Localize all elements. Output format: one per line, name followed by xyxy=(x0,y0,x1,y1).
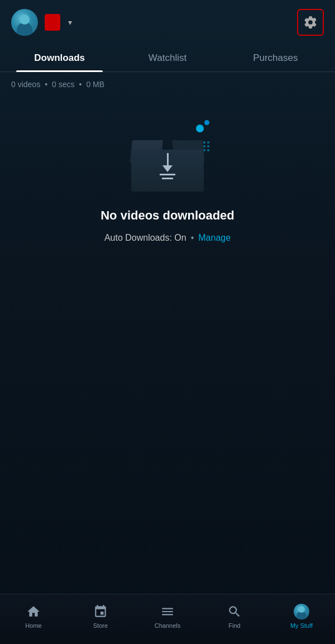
auto-downloads-row: Auto Downloads: On • Manage xyxy=(104,233,231,243)
home-icon xyxy=(26,604,41,619)
inbox-box xyxy=(131,130,204,192)
nav-item-mystuff[interactable]: My Stuff xyxy=(268,604,335,629)
channels-icon xyxy=(160,604,175,619)
tab-downloads[interactable]: Downloads xyxy=(6,45,113,71)
nav-label-find: Find xyxy=(228,622,240,629)
empty-title: No videos downloaded xyxy=(100,208,234,223)
stats-bar: 0 videos • 0 secs • 0 MB xyxy=(0,72,335,97)
size-count: 0 MB xyxy=(86,80,104,89)
nav-label-mystuff: My Stuff xyxy=(290,622,313,629)
username-box xyxy=(45,14,60,31)
auto-downloads-label: Auto Downloads: On xyxy=(104,233,186,243)
settings-button[interactable] xyxy=(297,9,324,36)
nav-label-store: Store xyxy=(93,622,108,629)
dot-separator-2: • xyxy=(79,80,82,89)
nav-item-channels[interactable]: Channels xyxy=(134,604,201,629)
video-count: 0 videos xyxy=(11,80,40,89)
header-left: ▾ xyxy=(11,9,72,36)
header: ▾ xyxy=(0,0,335,45)
nav-avatar xyxy=(294,604,309,619)
nav-item-find[interactable]: Find xyxy=(201,604,268,629)
mystuff-icon xyxy=(294,604,309,619)
bottom-nav: Home Store Channels Find xyxy=(0,594,335,644)
search-icon xyxy=(227,604,242,619)
nav-label-channels: Channels xyxy=(155,622,180,629)
avatar[interactable] xyxy=(11,9,38,36)
chevron-down-icon[interactable]: ▾ xyxy=(68,18,72,27)
nav-label-home: Home xyxy=(25,622,41,629)
download-arrow-icon xyxy=(160,153,175,179)
bullet-separator: • xyxy=(191,233,194,243)
sparkle-circle-small xyxy=(204,120,209,125)
nav-item-home[interactable]: Home xyxy=(0,604,67,629)
duration-count: 0 secs xyxy=(52,80,74,89)
store-icon xyxy=(93,604,108,619)
tab-watchlist[interactable]: Watchlist xyxy=(113,45,221,71)
tab-purchases[interactable]: Purchases xyxy=(222,45,329,71)
avatar-figure xyxy=(17,22,32,36)
manage-link[interactable]: Manage xyxy=(198,233,231,243)
tabs: Downloads Watchlist Purchases xyxy=(0,45,335,72)
download-illustration xyxy=(131,130,204,192)
dot-separator-1: • xyxy=(45,80,47,89)
nav-item-store[interactable]: Store xyxy=(67,604,134,629)
empty-state: No videos downloaded Auto Downloads: On … xyxy=(0,97,335,265)
